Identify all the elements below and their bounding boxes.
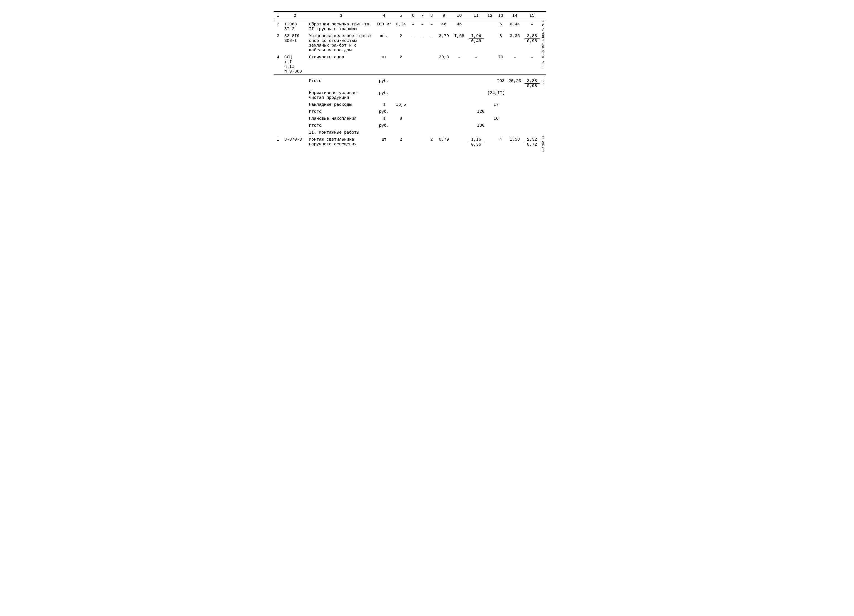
sum1-label: Итого [307,77,375,89]
row2-qty: 0,I4 [393,20,409,32]
it3-spacer [393,122,467,129]
mnt-desc: Монтаж светильника наружного освещения [307,135,375,148]
row3-c6: – [409,32,418,53]
nak-c2 [283,101,307,108]
sec2-rest [375,129,541,135]
col-header-3: 3 [307,11,375,20]
norm-row: Нормативная условно-чистая продукция руб… [274,89,581,101]
sum1-c5 [393,77,409,89]
row3-num: 3 [274,32,283,53]
it2-value: I20 [467,108,495,115]
sec2-c1 [274,129,283,135]
row3-c13: 8 [495,32,507,53]
row4-num: 4 [274,53,283,75]
norm-value: (24,II) [485,89,507,101]
row3-c11: I,94 0,49 [467,32,485,53]
mnt-c13: 4 [495,135,507,148]
sum1-c6 [409,77,418,89]
row3-c15-bot: 0,98 [527,39,537,44]
row3-desc: Установка железобе-тонных опор со стои-м… [307,32,375,53]
row4-c8 [427,53,436,75]
row2-c12 [485,20,495,32]
it3-value: I30 [467,122,495,129]
col-header-15: I5 [523,11,541,20]
nak-spacer [409,101,485,108]
sum1-c11 [467,77,485,89]
row3-c15-fraction: 3,88 0,98 [525,34,540,44]
col-header-10: IO [452,11,467,20]
row2-c10: 46 [452,20,467,32]
row2-num: 2 [274,20,283,32]
it2-side [541,108,546,115]
side-label-row2: Т.П. №320 004 84ДП.Х. ч.1 [541,20,545,68]
sum1-c10 [452,77,467,89]
row4-c7 [418,53,427,75]
col-header-14: I4 [507,11,523,20]
planovye-row: Плановые накопления % 8 IO [274,115,581,122]
sum1-side: – 90 – [541,77,546,89]
row2-c11 [467,20,485,32]
col-header-6: 6 [409,11,418,20]
norm-unit: руб. [375,89,393,101]
side-label-mnt: 195702-11 [541,135,545,152]
it3-c1 [274,122,283,129]
sum1-c14: 20,23 [507,77,523,89]
table-row: 4 ССЦ т.I ч.II п.9-368 Стоимость опор шт… [274,53,581,75]
mnt-c14: I,58 [507,135,523,148]
row2-code: I-968 8I-2 [283,20,307,32]
it2-rest [495,108,541,115]
norm-spacer [393,89,485,101]
row4-c14: – [507,53,523,75]
row2-c6: – [409,20,418,32]
sec2-label: II. Монтажные работы [307,129,375,135]
mnt-code: 8-370-3 [283,135,307,148]
sec2-side [541,129,546,135]
nak-label: Накладные расходы [307,101,375,108]
section-ii-text: II. Монтажные работы [309,130,359,135]
row4-unit: шт [375,53,393,75]
col-header-1: I [274,11,283,20]
mnt-c15: 2,32 0,72 [523,135,541,148]
sum1-c13: IO3 [495,77,507,89]
mnt-unit: шт [375,135,393,148]
section-ii-row: II. Монтажные работы [274,129,581,135]
mnt-c9: 0,79 [436,135,452,148]
row3-qty: 2 [393,32,409,53]
nak-unit: % [375,101,393,108]
plan-c1 [274,115,283,122]
norm-c1 [274,89,283,101]
row4-c15: – [523,53,541,75]
row4-c13: 79 [495,53,507,75]
plan-spacer [409,115,485,122]
mnt-c12 [485,135,495,148]
nak-pct: I6,5 [393,101,409,108]
sum1-bot: 0,98 [527,84,537,88]
row4-c12 [485,53,495,75]
mnt-c15-bot: 0,72 [527,142,537,147]
plan-value: IO [485,115,507,122]
itogo2-row: Итого руб. I20 [274,108,581,115]
mnt-side: 195702-11 [541,135,546,148]
col-header-5: 5 [393,11,409,20]
nak-rest [507,101,541,108]
page: I 2 3 4 5 6 7 8 9 IO II I2 I3 I4 I5 2 [274,11,581,148]
sec2-c2 [283,129,307,135]
row4-qty: 2 [393,53,409,75]
row3-c11-bot: 0,49 [471,39,481,44]
table-row: 3 33-8I9 303-I Установка железобе-тонных… [274,32,581,53]
row3-c11-fraction: I,94 0,49 [469,34,484,44]
plan-label: Плановые накопления [307,115,375,122]
row4-c10: – [452,53,467,75]
col-header-9: 9 [436,11,452,20]
row3-unit: шт. [375,32,393,53]
sum1-c15: 3,88 0,98 [523,77,541,89]
side-label-sum1: – 90 – [541,77,545,88]
sum1-fraction: 3,88 0,98 [525,79,540,88]
plan-c2 [283,115,307,122]
col-header-2: 2 [283,11,307,20]
it2-c2 [283,108,307,115]
row4-c11: – [467,53,485,75]
itogo3-row: Итого руб. I30 [274,122,581,129]
sum1-c8 [427,77,436,89]
row4-c6 [409,53,418,75]
